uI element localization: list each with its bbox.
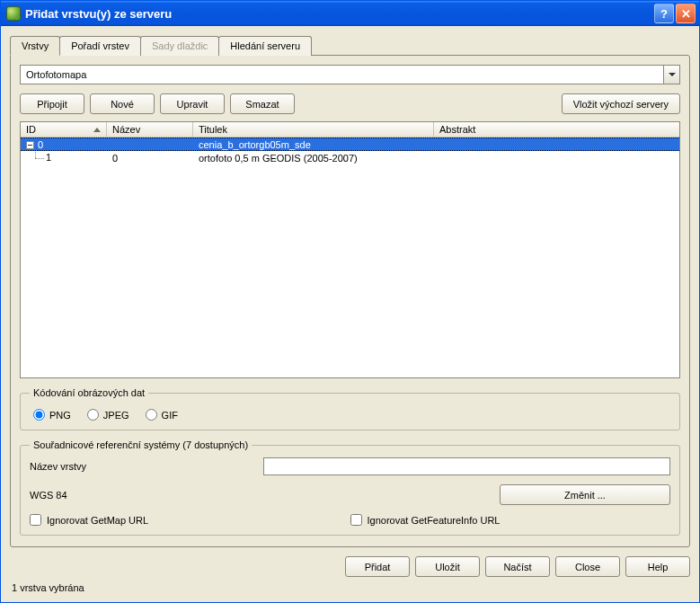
window-title: Přidat vrstvu(y) ze serveru <box>25 7 654 21</box>
titlebar: Přidat vrstvu(y) ze serveru ? ✕ <box>1 1 699 26</box>
load-button[interactable]: Načíst <box>485 556 550 577</box>
crs-group: Souřadnicové referenční systémy (7 dostu… <box>20 439 680 536</box>
ignore-getfeatureinfo-checkbox[interactable]: Ignorovat GetFeatureInfo URL <box>350 514 671 526</box>
radio-png-input[interactable] <box>33 409 45 421</box>
ignore-getmap-checkbox[interactable]: Ignorovat GetMap URL <box>30 514 350 526</box>
table-body: 0cenia_b_ortorgb05m_sde10ortofoto 0,5 m … <box>21 137 679 377</box>
connection-toolbar: Připojit Nové Upravit Smazat Vložit vých… <box>20 93 680 114</box>
server-combo[interactable]: Ortofotomapa <box>20 65 680 84</box>
tree-collapse-icon[interactable] <box>26 141 34 149</box>
radio-gif[interactable]: GIF <box>146 409 178 421</box>
help-button[interactable]: Help <box>625 556 690 577</box>
col-header-abstract[interactable]: Abstrakt <box>434 122 679 137</box>
encoding-group: Kódování obrázových dat PNG JPEG GIF <box>20 387 680 430</box>
radio-jpeg-input[interactable] <box>87 409 99 421</box>
delete-button[interactable]: Smazat <box>230 93 295 114</box>
table-header: ID Název Titulek Abstrakt <box>21 122 679 137</box>
crs-current-label: WGS 84 <box>30 490 500 501</box>
titlebar-help-button[interactable]: ? <box>654 4 674 23</box>
edit-button[interactable]: Upravit <box>160 93 225 114</box>
add-button[interactable]: Přidat <box>345 556 410 577</box>
content-area: Vrstvy Pořadí vrstev Sady dlaždic Hledán… <box>1 26 699 602</box>
dialog-window: Přidat vrstvu(y) ze serveru ? ✕ Vrstvy P… <box>0 0 700 603</box>
layer-name-input[interactable] <box>263 457 670 475</box>
crs-legend: Souřadnicové referenční systémy (7 dostu… <box>30 439 252 450</box>
save-button[interactable]: Uložit <box>415 556 480 577</box>
chevron-down-icon[interactable] <box>663 66 679 84</box>
table-row[interactable]: 10ortofoto 0,5 m GEODIS (2005-2007) <box>21 151 679 164</box>
tab-server-search[interactable]: Hledání serveru <box>218 36 312 56</box>
crs-change-button[interactable]: Změnit ... <box>500 484 670 505</box>
col-header-name[interactable]: Název <box>107 122 193 137</box>
titlebar-close-button[interactable]: ✕ <box>676 4 696 23</box>
layer-name-label: Název vrstvy <box>30 461 263 472</box>
connect-button[interactable]: Připojit <box>20 93 84 114</box>
tab-tilesets: Sady dlaždic <box>140 36 219 56</box>
load-default-servers-button[interactable]: Vložit výchozí servery <box>562 93 680 114</box>
col-header-id[interactable]: ID <box>21 122 107 137</box>
tab-panel-layers: Ortofotomapa Připojit Nové Upravit Smaza… <box>10 55 690 547</box>
status-text: 1 vrstva vybrána <box>10 582 690 597</box>
table-row[interactable]: 0cenia_b_ortorgb05m_sde <box>21 137 679 151</box>
new-button[interactable]: Nové <box>90 93 155 114</box>
close-button[interactable]: Close <box>555 556 620 577</box>
encoding-legend: Kódování obrázových dat <box>30 387 148 398</box>
radio-jpeg[interactable]: JPEG <box>87 409 129 421</box>
layers-table: ID Název Titulek Abstrakt 0cenia_b_ortor… <box>20 121 680 378</box>
tab-layers[interactable]: Vrstvy <box>10 36 60 56</box>
server-combo-value: Ortofotomapa <box>21 69 663 80</box>
ignore-getmap-input[interactable] <box>30 514 41 526</box>
tree-branch-icon <box>31 153 46 164</box>
app-icon <box>6 6 21 21</box>
tabs: Vrstvy Pořadí vrstev Sady dlaždic Hledán… <box>10 36 690 56</box>
tab-layer-order[interactable]: Pořadí vrstev <box>59 36 141 56</box>
radio-png[interactable]: PNG <box>33 409 71 421</box>
ignore-getfeatureinfo-input[interactable] <box>350 514 362 526</box>
radio-gif-input[interactable] <box>146 409 157 421</box>
dialog-buttons: Přidat Uložit Načíst Close Help <box>10 547 690 582</box>
col-header-title[interactable]: Titulek <box>193 122 434 137</box>
